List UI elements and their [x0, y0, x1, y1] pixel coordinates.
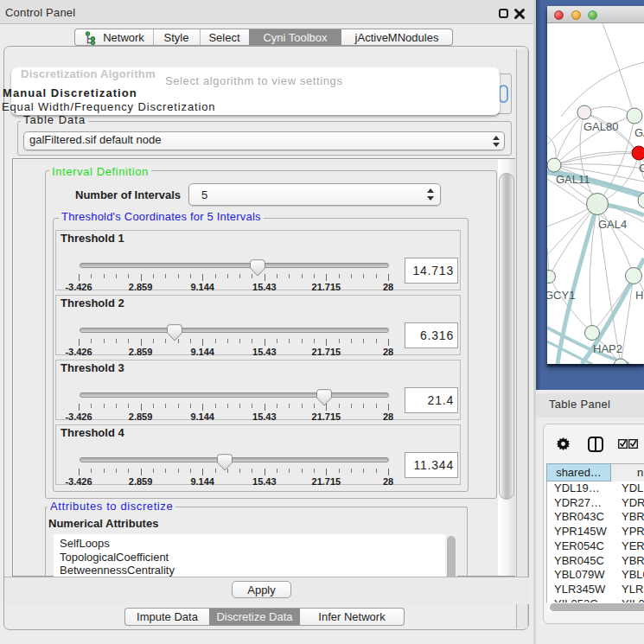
svg-text:HAP2: HAP2 — [593, 342, 622, 355]
svg-text:GAL11: GAL11 — [556, 173, 590, 186]
svg-text:GAL80: GAL80 — [583, 120, 618, 133]
svg-text:GAL4: GAL4 — [598, 218, 627, 231]
svg-text:H: H — [635, 289, 643, 302]
svg-text:C: C — [639, 162, 644, 175]
svg-text:GA: GA — [634, 126, 644, 139]
svg-text:GCY1: GCY1 — [547, 289, 575, 302]
